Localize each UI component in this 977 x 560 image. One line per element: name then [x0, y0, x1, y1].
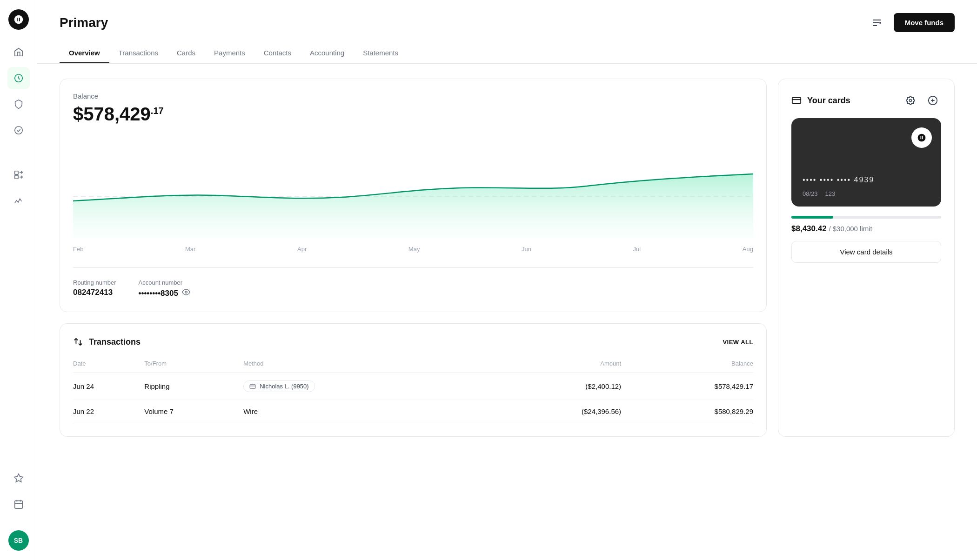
card-usage-bar-fill: [791, 216, 833, 219]
account-label: Account number: [139, 279, 190, 286]
tx-balance: $578,429.17: [621, 373, 753, 400]
header-actions: Move funds: [868, 13, 955, 32]
transactions-table: Date To/From Method Amount Balance Jun 2…: [73, 356, 753, 423]
page-title: Primary: [60, 15, 108, 30]
tx-balance: $580,829.29: [621, 400, 753, 423]
account-value: ••••••••8305: [139, 288, 190, 299]
content-area: Balance $578,429.17: [37, 64, 977, 452]
sidebar-item-accounts[interactable]: [7, 67, 30, 89]
balance-chart: [73, 136, 753, 238]
svg-rect-4: [14, 501, 22, 509]
account-info: Routing number 082472413 Account number …: [73, 267, 753, 299]
tab-cards[interactable]: Cards: [167, 43, 205, 63]
tab-contacts[interactable]: Contacts: [254, 43, 301, 63]
method-badge: Nicholas L. (9950): [243, 380, 315, 392]
card-expiry: 08/23 123: [803, 190, 835, 197]
transactions-header: Transactions VIEW ALL: [73, 337, 753, 347]
toggle-account-number-button[interactable]: [182, 288, 190, 299]
tx-date: Jun 24: [73, 373, 144, 400]
cards-panel-title: Your cards: [791, 95, 850, 106]
svg-rect-2: [14, 171, 18, 174]
sidebar-item-security[interactable]: [7, 93, 30, 115]
svg-rect-11: [250, 384, 255, 388]
transactions-card: Transactions VIEW ALL Date To/From Metho…: [60, 323, 767, 437]
card-usage-bar-background: [791, 216, 941, 219]
table-row: Jun 24 Rippling Nicholas L. (9950) ($2,4…: [73, 373, 753, 400]
app-logo[interactable]: [8, 9, 29, 30]
card-settings-button[interactable]: [902, 92, 919, 109]
tx-tofrom: Rippling: [144, 373, 243, 400]
routing-number-section: Routing number 082472413: [73, 279, 116, 299]
view-all-transactions-button[interactable]: VIEW ALL: [723, 339, 753, 346]
balance-card: Balance $578,429.17: [60, 79, 767, 312]
tab-statements[interactable]: Statements: [354, 43, 408, 63]
add-card-button[interactable]: [924, 92, 941, 109]
tab-payments[interactable]: Payments: [205, 43, 254, 63]
account-number-section: Account number ••••••••8305: [139, 279, 190, 299]
main-content: Primary Move funds Overview Transactions…: [37, 0, 977, 560]
col-balance: Balance: [621, 356, 753, 373]
user-avatar[interactable]: SB: [8, 530, 29, 551]
col-method: Method: [243, 356, 486, 373]
svg-point-13: [910, 100, 912, 102]
table-row: Jun 22 Volume 7 Wire ($24,396.56) $580,8…: [73, 400, 753, 423]
chart-x-labels: Feb Mar Apr May Jun Jul Aug: [73, 242, 753, 256]
transactions-icon: [73, 337, 83, 347]
card-icon: [791, 95, 802, 106]
cards-panel-actions: [902, 92, 941, 109]
view-card-details-button[interactable]: View card details: [791, 241, 941, 263]
tab-accounting[interactable]: Accounting: [301, 43, 354, 63]
svg-point-10: [185, 291, 187, 293]
col-date: Date: [73, 356, 144, 373]
transactions-title: Transactions: [73, 337, 141, 347]
filter-button[interactable]: [868, 13, 886, 32]
sidebar-item-favorites[interactable]: [7, 467, 30, 489]
tx-date: Jun 22: [73, 400, 144, 423]
cards-panel-header: Your cards: [791, 92, 941, 109]
svg-rect-12: [792, 98, 801, 104]
routing-label: Routing number: [73, 279, 116, 286]
tab-transactions[interactable]: Transactions: [109, 43, 167, 63]
col-amount: Amount: [487, 356, 622, 373]
tab-bar: Overview Transactions Cards Payments Con…: [60, 43, 955, 63]
sidebar-item-transfers[interactable]: [7, 164, 30, 186]
tx-tofrom: Volume 7: [144, 400, 243, 423]
tx-amount: ($2,400.12): [487, 373, 622, 400]
sidebar-item-home[interactable]: [7, 41, 30, 63]
card-logo: [911, 127, 932, 148]
svg-point-1: [14, 127, 22, 134]
sidebar-item-calendar[interactable]: [7, 493, 30, 515]
your-cards-panel: Your cards •••• •••• •••• 4939: [778, 79, 955, 437]
card-number: •••• •••• •••• 4939: [803, 176, 874, 184]
tx-amount: ($24,396.56): [487, 400, 622, 423]
plus-circle-icon: [928, 95, 938, 106]
col-tofrom: To/From: [144, 356, 243, 373]
left-column: Balance $578,429.17: [60, 79, 767, 437]
gear-icon: [906, 96, 915, 105]
sidebar: SB: [0, 0, 37, 560]
sidebar-item-analytics[interactable]: [7, 190, 30, 212]
card-usage-text: $8,430.42 / $30,000 limit: [791, 224, 941, 233]
svg-point-7: [879, 22, 881, 24]
routing-value: 082472413: [73, 288, 116, 297]
balance-label: Balance: [73, 92, 753, 100]
balance-amount: $578,429.17: [73, 104, 753, 125]
move-funds-button[interactable]: Move funds: [894, 13, 955, 32]
sidebar-item-approvals[interactable]: [7, 119, 30, 141]
badge-icon: [249, 383, 256, 390]
page-header: Primary Move funds Overview Transactions…: [37, 0, 977, 64]
svg-rect-3: [14, 175, 18, 179]
credit-card-visual: •••• •••• •••• 4939 08/23 123: [791, 118, 941, 207]
tx-method: Wire: [243, 400, 486, 423]
tx-method: Nicholas L. (9950): [243, 373, 486, 400]
tab-overview[interactable]: Overview: [60, 43, 109, 63]
